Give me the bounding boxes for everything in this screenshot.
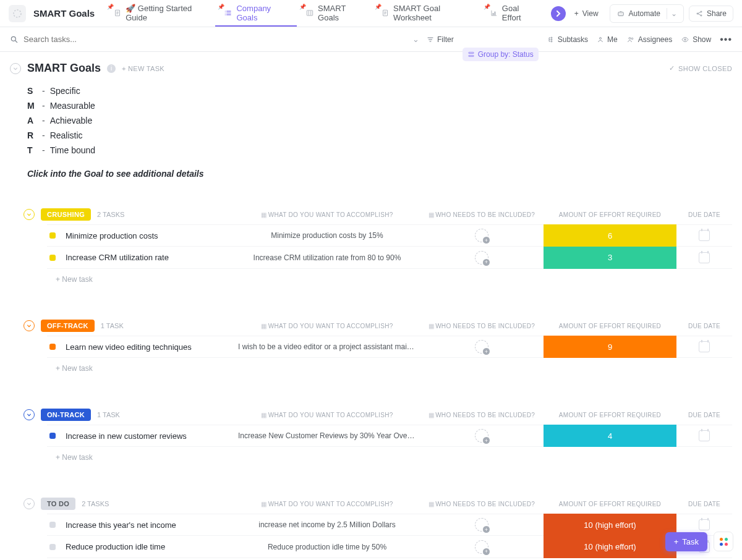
cell-due[interactable] <box>676 230 732 241</box>
status-square-icon[interactable] <box>49 522 56 528</box>
cell-effort[interactable]: 4 <box>544 425 676 447</box>
cell-accomplish[interactable]: Increase CRM utilization rate from 80 to… <box>234 253 420 262</box>
cell-accomplish[interactable]: I wish to be a video editor or a project… <box>234 342 420 351</box>
group-collapse-toggle[interactable] <box>23 209 35 220</box>
col-accomplish[interactable]: ▦WHAT DO YOU WANT TO ACCOMPLISH? <box>234 211 420 218</box>
task-name[interactable]: Increase in new customer reviews <box>66 431 187 441</box>
col-who[interactable]: ▦WHO NEEDS TO BE INCLUDED? <box>420 412 544 418</box>
more-options-button[interactable]: ••• <box>720 34 732 45</box>
col-effort[interactable]: AMOUNT OF EFFORT REQUIRED <box>544 501 676 507</box>
add-task-button[interactable]: + New task <box>47 447 732 468</box>
cell-who[interactable] <box>420 229 544 242</box>
list-collapse-toggle[interactable] <box>10 63 21 74</box>
cell-effort[interactable]: 10 (high effort) <box>544 536 676 558</box>
col-due[interactable]: DUE DATE <box>676 501 732 507</box>
task-row[interactable]: Minimize production costsMinimize produc… <box>47 224 732 247</box>
col-accomplish[interactable]: ▦WHAT DO YOU WANT TO ACCOMPLISH? <box>234 323 420 329</box>
group-by-button[interactable]: Group by: Status <box>463 48 539 61</box>
task-row[interactable]: Reduce production idle timeReduce produc… <box>47 536 732 558</box>
assignee-empty-icon[interactable] <box>475 429 488 443</box>
calendar-empty-icon[interactable] <box>699 519 710 530</box>
group-collapse-toggle[interactable] <box>23 498 35 509</box>
tab-smart-goals[interactable]: 📌SMART Goals <box>297 0 372 27</box>
assignee-empty-icon[interactable] <box>475 518 488 532</box>
tab-smart-goal-worksheet[interactable]: 📌SMART Goal Worksheet <box>372 0 481 27</box>
cell-who[interactable] <box>420 429 544 443</box>
assignee-empty-icon[interactable] <box>475 540 488 554</box>
add-task-button[interactable]: + New task <box>47 358 732 379</box>
search-input[interactable] <box>23 35 407 44</box>
status-square-icon[interactable] <box>49 344 56 350</box>
task-name[interactable]: Minimize production costs <box>66 231 158 240</box>
cell-due[interactable] <box>676 252 732 263</box>
cell-accomplish[interactable]: increase net income by 2.5 Million Dolla… <box>234 520 420 529</box>
col-due[interactable]: DUE DATE <box>676 412 732 418</box>
task-name[interactable]: Learn new video editing techniques <box>66 342 192 352</box>
show-closed-button[interactable]: ✓ SHOW CLOSED <box>669 64 732 72</box>
col-effort[interactable]: AMOUNT OF EFFORT REQUIRED <box>544 211 676 218</box>
assignees-button[interactable]: Assignees <box>626 35 672 44</box>
calendar-empty-icon[interactable] <box>699 430 710 441</box>
group-collapse-toggle[interactable] <box>23 409 35 420</box>
search-box[interactable]: ⌄ <box>10 35 419 44</box>
status-badge[interactable]: TO DO <box>41 498 75 510</box>
tab--getting-started-guide[interactable]: 📌🚀 Getting Started Guide <box>104 0 215 27</box>
cell-accomplish[interactable]: Reduce production idle time by 50% <box>234 543 420 551</box>
show-button[interactable]: Show <box>681 35 711 44</box>
cell-who[interactable] <box>420 518 544 532</box>
col-who[interactable]: ▦WHO NEEDS TO BE INCLUDED? <box>420 323 544 329</box>
group-collapse-toggle[interactable] <box>23 320 35 331</box>
col-due[interactable]: DUE DATE <box>676 211 732 218</box>
cell-who[interactable] <box>420 340 544 354</box>
status-badge[interactable]: OFF-TRACK <box>41 320 95 332</box>
assignee-empty-icon[interactable] <box>475 229 488 242</box>
task-row[interactable]: Learn new video editing techniquesI wish… <box>47 336 732 358</box>
assignee-empty-icon[interactable] <box>475 340 488 354</box>
filter-button[interactable]: Filter <box>427 35 454 44</box>
status-square-icon[interactable] <box>49 232 56 239</box>
me-button[interactable]: Me <box>597 35 618 44</box>
task-row[interactable]: Increase this year's net incomeincrease … <box>47 514 732 536</box>
col-who[interactable]: ▦WHO NEEDS TO BE INCLUDED? <box>420 211 544 218</box>
task-name[interactable]: Increase this year's net income <box>66 520 176 530</box>
create-task-button[interactable]: + Task <box>665 532 707 551</box>
info-icon[interactable]: i <box>107 64 116 73</box>
status-square-icon[interactable] <box>49 433 56 439</box>
new-task-link[interactable]: + NEW TASK <box>122 65 164 72</box>
tab-company-goals[interactable]: 📌Company Goals <box>215 0 297 27</box>
task-row[interactable]: Increase CRM utilization rateIncrease CR… <box>47 247 732 269</box>
status-badge[interactable]: CRUSHING <box>41 208 91 221</box>
task-row[interactable]: Increase in new customer reviewsIncrease… <box>47 425 732 447</box>
cell-due[interactable] <box>676 341 732 352</box>
col-who[interactable]: ▦WHO NEEDS TO BE INCLUDED? <box>420 501 544 507</box>
col-accomplish[interactable]: ▦WHAT DO YOU WANT TO ACCOMPLISH? <box>234 412 420 418</box>
space-title[interactable]: SMART Goals <box>33 8 95 19</box>
status-badge[interactable]: ON-TRACK <box>41 409 91 421</box>
calendar-empty-icon[interactable] <box>699 230 710 241</box>
calendar-empty-icon[interactable] <box>699 252 710 263</box>
status-square-icon[interactable] <box>49 255 56 261</box>
col-accomplish[interactable]: ▦WHAT DO YOU WANT TO ACCOMPLISH? <box>234 501 420 507</box>
space-icon[interactable] <box>9 5 26 22</box>
cell-effort[interactable]: 9 <box>544 336 676 358</box>
list-title[interactable]: SMART Goals <box>27 62 101 75</box>
tab-goal-effort[interactable]: 📌Goal Effort <box>481 0 545 27</box>
cell-due[interactable] <box>676 430 732 441</box>
status-square-icon[interactable] <box>49 544 56 550</box>
assignee-empty-icon[interactable] <box>475 251 488 265</box>
subtasks-button[interactable]: Subtasks <box>547 35 588 44</box>
calendar-empty-icon[interactable] <box>699 341 710 352</box>
search-dropdown-icon[interactable]: ⌄ <box>412 35 419 44</box>
col-effort[interactable]: AMOUNT OF EFFORT REQUIRED <box>544 323 676 329</box>
cell-who[interactable] <box>420 540 544 554</box>
cell-accomplish[interactable]: Increase New Customer Reviews by 30% Yea… <box>234 431 420 440</box>
cell-effort[interactable]: 10 (high effort) <box>544 514 676 536</box>
cell-effort[interactable]: 6 <box>544 224 676 247</box>
cell-accomplish[interactable]: Minimize production costs by 15% <box>234 231 420 240</box>
task-name[interactable]: Increase CRM utilization rate <box>66 253 169 262</box>
cell-due[interactable] <box>676 519 732 530</box>
task-name[interactable]: Reduce production idle time <box>66 542 165 551</box>
col-effort[interactable]: AMOUNT OF EFFORT REQUIRED <box>544 412 676 418</box>
apps-button[interactable] <box>714 532 733 551</box>
add-task-button[interactable]: + New task <box>47 269 732 290</box>
